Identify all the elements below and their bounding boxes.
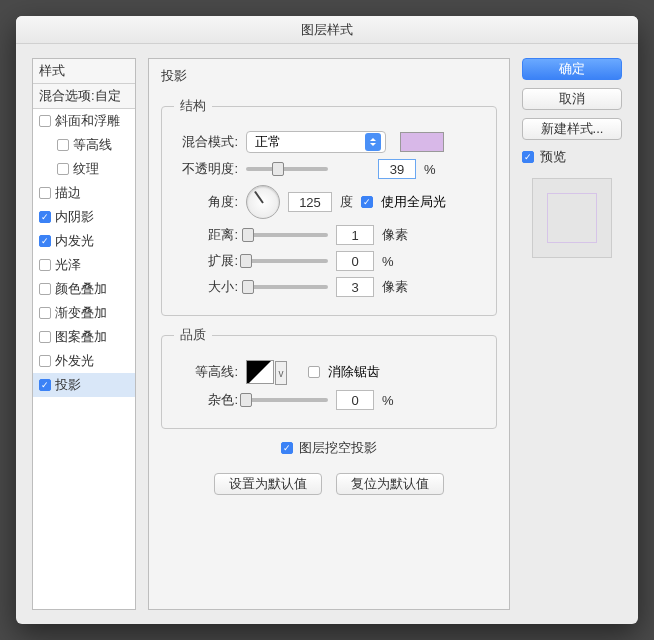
style-checkbox[interactable] <box>39 211 51 223</box>
content: 样式 混合选项:自定 斜面和浮雕等高线纹理描边内阴影内发光光泽颜色叠加渐变叠加图… <box>16 44 638 624</box>
sidebar-item[interactable]: 渐变叠加 <box>33 301 135 325</box>
angle-unit: 度 <box>340 193 353 211</box>
antialias-checkbox[interactable] <box>308 366 320 378</box>
global-light-checkbox[interactable] <box>361 196 373 208</box>
reset-default-button[interactable]: 复位为默认值 <box>336 473 444 495</box>
layer-style-dialog: 图层样式 样式 混合选项:自定 斜面和浮雕等高线纹理描边内阴影内发光光泽颜色叠加… <box>16 16 638 624</box>
spread-input[interactable] <box>336 251 374 271</box>
style-checkbox[interactable] <box>39 115 51 127</box>
sidebar-item-label: 图案叠加 <box>55 328 107 346</box>
noise-slider[interactable] <box>246 398 328 402</box>
sidebar-item[interactable]: 等高线 <box>33 133 135 157</box>
noise-unit: % <box>382 393 394 408</box>
quality-group: 品质 等高线: v 消除锯齿 杂色: % <box>161 326 497 429</box>
preview-label: 预览 <box>540 148 566 166</box>
spread-slider[interactable] <box>246 259 328 263</box>
chevron-down-icon[interactable]: v <box>275 361 287 385</box>
preview-checkbox[interactable] <box>522 151 534 163</box>
blend-mode-value: 正常 <box>255 133 281 151</box>
opacity-input[interactable] <box>378 159 416 179</box>
cancel-button[interactable]: 取消 <box>522 88 622 110</box>
size-label: 大小: <box>174 278 238 296</box>
angle-input[interactable] <box>288 192 332 212</box>
sidebar-item-label: 内阴影 <box>55 208 94 226</box>
angle-dial[interactable] <box>246 185 280 219</box>
section-title: 投影 <box>161 67 497 85</box>
size-slider[interactable] <box>246 285 328 289</box>
make-default-button[interactable]: 设置为默认值 <box>214 473 322 495</box>
quality-legend: 品质 <box>174 326 212 344</box>
angle-label: 角度: <box>174 193 238 211</box>
opacity-slider[interactable] <box>246 167 328 171</box>
style-checkbox[interactable] <box>57 163 69 175</box>
sidebar-item[interactable]: 内发光 <box>33 229 135 253</box>
contour-picker[interactable]: v <box>246 360 274 384</box>
ok-button[interactable]: 确定 <box>522 58 622 80</box>
style-checkbox[interactable] <box>39 379 51 391</box>
style-checkbox[interactable] <box>39 307 51 319</box>
titlebar: 图层样式 <box>16 16 638 44</box>
style-checkbox[interactable] <box>57 139 69 151</box>
style-checkbox[interactable] <box>39 331 51 343</box>
styles-sidebar: 样式 混合选项:自定 斜面和浮雕等高线纹理描边内阴影内发光光泽颜色叠加渐变叠加图… <box>32 58 136 610</box>
style-checkbox[interactable] <box>39 283 51 295</box>
distance-unit: 像素 <box>382 226 408 244</box>
window-title: 图层样式 <box>301 21 353 39</box>
opacity-label: 不透明度: <box>174 160 238 178</box>
noise-label: 杂色: <box>174 391 238 409</box>
sidebar-item-label: 外发光 <box>55 352 94 370</box>
size-unit: 像素 <box>382 278 408 296</box>
noise-input[interactable] <box>336 390 374 410</box>
style-checkbox[interactable] <box>39 259 51 271</box>
sidebar-item[interactable]: 内阴影 <box>33 205 135 229</box>
color-swatch[interactable] <box>400 132 444 152</box>
sidebar-item-label: 纹理 <box>73 160 99 178</box>
sidebar-item[interactable]: 纹理 <box>33 157 135 181</box>
sidebar-header-styles[interactable]: 样式 <box>33 59 135 84</box>
blend-mode-select[interactable]: 正常 <box>246 131 386 153</box>
sidebar-item[interactable]: 图案叠加 <box>33 325 135 349</box>
main-panel: 投影 结构 混合模式: 正常 不透明度: % <box>148 58 510 610</box>
new-style-button[interactable]: 新建样式... <box>522 118 622 140</box>
sidebar-header-blend[interactable]: 混合选项:自定 <box>33 84 135 109</box>
updown-icon <box>365 133 381 151</box>
distance-slider[interactable] <box>246 233 328 237</box>
preview-thumbnail <box>532 178 612 258</box>
structure-group: 结构 混合模式: 正常 不透明度: % 角 <box>161 97 497 316</box>
antialias-label: 消除锯齿 <box>328 363 380 381</box>
sidebar-item-label: 投影 <box>55 376 81 394</box>
global-light-label: 使用全局光 <box>381 193 446 211</box>
style-checkbox[interactable] <box>39 235 51 247</box>
size-input[interactable] <box>336 277 374 297</box>
sidebar-item-label: 内发光 <box>55 232 94 250</box>
structure-legend: 结构 <box>174 97 212 115</box>
spread-unit: % <box>382 254 394 269</box>
distance-label: 距离: <box>174 226 238 244</box>
style-checkbox[interactable] <box>39 187 51 199</box>
contour-label: 等高线: <box>174 363 238 381</box>
sidebar-item-label: 渐变叠加 <box>55 304 107 322</box>
style-checkbox[interactable] <box>39 355 51 367</box>
opacity-unit: % <box>424 162 436 177</box>
knockout-checkbox[interactable] <box>281 442 293 454</box>
sidebar-item[interactable]: 颜色叠加 <box>33 277 135 301</box>
sidebar-item-label: 颜色叠加 <box>55 280 107 298</box>
distance-input[interactable] <box>336 225 374 245</box>
right-column: 确定 取消 新建样式... 预览 <box>522 58 622 610</box>
spread-label: 扩展: <box>174 252 238 270</box>
knockout-label: 图层挖空投影 <box>299 439 377 457</box>
sidebar-item[interactable]: 斜面和浮雕 <box>33 109 135 133</box>
sidebar-item[interactable]: 光泽 <box>33 253 135 277</box>
sidebar-item[interactable]: 描边 <box>33 181 135 205</box>
sidebar-item-label: 光泽 <box>55 256 81 274</box>
sidebar-item-label: 描边 <box>55 184 81 202</box>
sidebar-item[interactable]: 外发光 <box>33 349 135 373</box>
sidebar-item-label: 等高线 <box>73 136 112 154</box>
sidebar-item-label: 斜面和浮雕 <box>55 112 120 130</box>
sidebar-item[interactable]: 投影 <box>33 373 135 397</box>
blend-mode-label: 混合模式: <box>174 133 238 151</box>
